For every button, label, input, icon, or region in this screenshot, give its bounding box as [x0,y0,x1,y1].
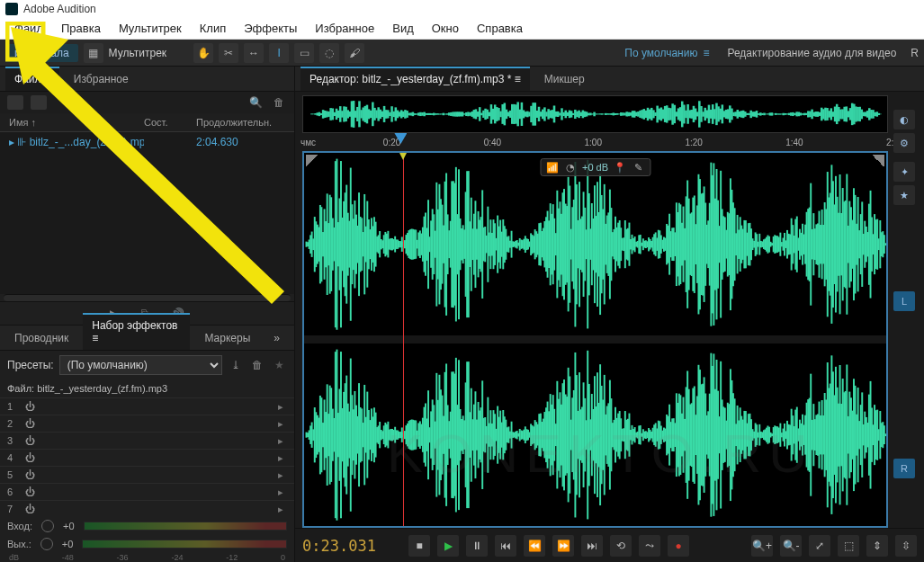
zoom-full-icon[interactable]: ⤢ [809,535,830,557]
mode-waveform[interactable]: ип сигнала [5,44,78,62]
tab-favorites[interactable]: Избранное [65,68,138,91]
fx-slot[interactable]: 1⏻▸ [0,397,294,415]
workspace-more[interactable]: R [911,47,919,59]
hud-pen-icon[interactable]: ✎ [632,161,644,174]
input-meter [84,522,288,531]
output-knob[interactable] [40,538,53,550]
menu-multitrack[interactable]: Мультитрек [110,19,191,38]
zoom-out-v-icon[interactable]: ⇳ [895,535,917,557]
hud-pan-knob-icon[interactable]: ◔ [564,161,577,174]
side-tool-star-icon[interactable]: ★ [893,185,915,205]
waveform-overview[interactable] [302,95,888,133]
tab-explorer[interactable]: Проводник [5,327,77,350]
hud-pin-icon[interactable]: 📍 [614,161,626,174]
open-file-icon[interactable] [7,95,23,110]
playhead-line[interactable] [403,153,404,526]
save-preset-icon[interactable]: ⤓ [228,358,244,372]
tab-markers[interactable]: Маркеры [195,327,259,350]
fx-slot[interactable]: 2⏻▸ [0,415,294,432]
fx-slot[interactable]: 5⏻▸ [0,466,294,483]
search-icon[interactable]: 🔍 [247,95,264,110]
tool-marquee-icon[interactable]: ▭ [294,43,314,63]
files-scrollbar[interactable] [4,294,291,301]
corner-handle-icon[interactable] [872,155,884,167]
tab-overflow[interactable]: » [265,327,289,350]
menu-view[interactable]: Вид [383,19,423,38]
workspace-default[interactable]: По умолчанию [624,47,697,59]
workspace-menu-icon[interactable]: ≡ [703,47,709,59]
left-column: Файл ≡ Избранное 🔍 🗑 Имя ↑ Сост. Продолж… [0,67,295,562]
tool-hand-icon[interactable]: ✋ [193,43,213,63]
rewind-button[interactable]: ⏪ [524,535,545,557]
zoom-out-icon[interactable]: 🔍- [780,535,802,557]
zoom-sel-icon[interactable]: ⬚ [838,535,859,557]
side-tool-spectral-icon[interactable]: ◐ [893,110,915,129]
hud-db-value[interactable]: +0 dB [582,162,608,173]
col-name[interactable]: Имя ↑ [9,117,144,128]
channel-l-badge[interactable]: L [893,291,915,311]
zoom-in-icon[interactable]: 🔍+ [751,535,773,557]
effects-slots: 1⏻▸ 2⏻▸ 3⏻▸ 4⏻▸ 5⏻▸ 6⏻▸ 7⏻▸ [0,397,294,517]
stop-button[interactable]: ■ [408,535,430,557]
prev-button[interactable]: ⏮ [495,535,516,557]
play-button[interactable]: ▶ [437,535,459,557]
menu-window[interactable]: Окно [423,19,468,38]
channel-right[interactable] [304,343,886,526]
svg-rect-719 [884,243,886,245]
tool-text-cursor-icon[interactable]: I [269,43,289,63]
channel-left[interactable] [304,153,886,335]
fx-slot[interactable]: 7⏻▸ [0,500,294,517]
corner-handle-icon[interactable] [306,155,318,167]
fx-slot[interactable]: 4⏻▸ [0,449,294,466]
files-row[interactable]: ▸ ⊪ bitlz_-_...day_(zf.fm).mp3 * 2:04.63… [0,132,294,152]
input-knob[interactable] [41,520,54,532]
pause-button[interactable]: ⏸ [466,535,488,557]
menu-file[interactable]: Файл [5,19,52,38]
zoom-in-v-icon[interactable]: ⇕ [866,535,888,557]
fx-slot[interactable]: 6⏻▸ [0,483,294,500]
tab-editor[interactable]: Редактор: bitlz_-_yesterday_(zf.fm).mp3 … [301,67,530,91]
multitrack-icon[interactable]: ▦ [84,43,103,63]
fx-slot[interactable]: 3⏻▸ [0,432,294,449]
menu-effects[interactable]: Эффекты [235,19,306,38]
preset-select[interactable]: (По умолчанию) [59,355,222,375]
app-title: Adobe Audition [23,3,96,15]
col-status[interactable]: Сост. [144,117,196,128]
tab-effects-rack[interactable]: Набор эффектов ≡ [83,313,190,350]
new-file-icon[interactable] [31,95,47,110]
mode-multitrack[interactable]: Мультитрек [109,47,166,59]
tool-lasso-icon[interactable]: ◌ [319,43,339,63]
tool-brush-icon[interactable]: 🖌 [345,43,364,63]
hud-vol-icon[interactable]: 📶 [546,161,559,174]
menu-help[interactable]: Справка [468,19,532,38]
forward-button[interactable]: ⏩ [552,535,574,557]
trash-icon[interactable]: 🗑 [271,95,287,110]
timeline-ruler[interactable]: чмс 0:20 0:40 1:00 1:20 1:40 2:00 [295,133,924,151]
loop-button[interactable]: ⟲ [610,535,632,557]
menu-clip[interactable]: Клип [191,19,235,38]
channel-r-badge[interactable]: R [893,459,915,478]
output-value[interactable]: +0 [62,539,74,549]
delete-preset-icon[interactable]: 🗑 [249,358,265,372]
menu-edit[interactable]: Правка [52,19,110,38]
waveform-display[interactable]: 📶 ◔ +0 dB 📍 ✎ dB -3 -6 -∞ -6 -3 dB -3 -6… [302,151,888,528]
workspace-video[interactable]: Редактирование аудио для видео [727,47,896,59]
skip-button[interactable]: ⤳ [639,535,660,557]
side-tool-gear-icon[interactable]: ✦ [893,162,915,182]
side-tool-settings-icon[interactable]: ⚙ [893,133,915,153]
output-meter [82,540,287,549]
col-duration[interactable]: Продолжительн. [196,117,285,128]
favorite-icon[interactable]: ★ [271,358,287,372]
tool-move-icon[interactable]: ↔ [244,43,264,63]
hud-controls[interactable]: 📶 ◔ +0 dB 📍 ✎ [540,158,650,176]
tool-cut-icon[interactable]: ✂ [219,43,238,63]
next-button[interactable]: ⏭ [581,535,603,557]
tab-files[interactable]: Файл ≡ [5,67,59,91]
input-label: Вход: [7,521,32,531]
menu-favorites[interactable]: Избранное [306,19,383,38]
timecode[interactable]: 0:23.031 [302,537,401,555]
tab-mixer[interactable]: Микшер [535,68,594,91]
input-value[interactable]: +0 [63,521,75,531]
record-button[interactable]: ● [668,535,689,557]
title-bar: Adobe Audition [0,0,924,18]
